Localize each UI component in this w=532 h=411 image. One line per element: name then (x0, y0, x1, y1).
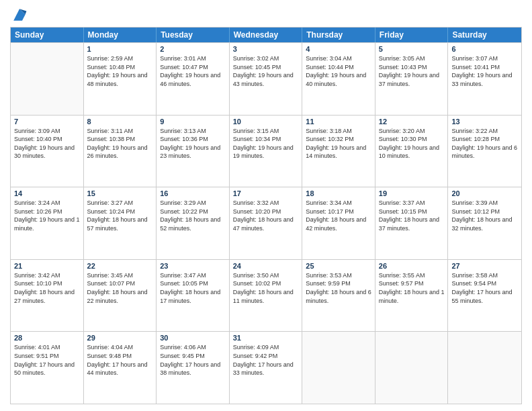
day-number: 13 (451, 118, 518, 126)
cell-info: Sunrise: 3:37 AMSunset: 10:15 PMDaylight… (379, 199, 445, 232)
cell-info: Sunrise: 3:15 AMSunset: 10:34 PMDaylight… (233, 127, 299, 161)
calendar-header-monday: Monday (84, 28, 157, 42)
calendar-cell: 3Sunrise: 3:02 AMSunset: 10:45 PMDayligh… (230, 43, 303, 115)
day-number: 14 (14, 189, 80, 197)
cell-info: Sunrise: 3:55 AMSunset: 9:57 PMDaylight:… (379, 271, 445, 305)
day-number: 25 (306, 262, 371, 270)
cell-info: Sunrise: 4:01 AMSunset: 9:51 PMDaylight:… (14, 343, 80, 377)
calendar-cell: 25Sunrise: 3:53 AMSunset: 9:59 PMDayligh… (302, 260, 375, 332)
calendar-header-tuesday: Tuesday (157, 28, 230, 42)
cell-info: Sunrise: 3:05 AMSunset: 10:43 PMDaylight… (379, 54, 445, 88)
calendar-week-3: 14Sunrise: 3:24 AMSunset: 10:26 PMDaylig… (11, 187, 521, 259)
day-number: 31 (233, 334, 299, 342)
cell-info: Sunrise: 3:34 AMSunset: 10:17 PMDaylight… (306, 199, 371, 232)
day-number: 28 (14, 334, 80, 342)
cell-info: Sunrise: 3:58 AMSunset: 9:54 PMDaylight:… (451, 271, 518, 305)
calendar-header-sunday: Sunday (11, 28, 84, 42)
cell-info: Sunrise: 3:11 AMSunset: 10:38 PMDaylight… (87, 127, 153, 161)
calendar-header-row: SundayMondayTuesdayWednesdayThursdayFrid… (11, 28, 521, 42)
cell-info: Sunrise: 3:27 AMSunset: 10:24 PMDaylight… (87, 199, 153, 232)
cell-info: Sunrise: 3:01 AMSunset: 10:47 PMDaylight… (160, 54, 226, 88)
calendar-cell: 12Sunrise: 3:20 AMSunset: 10:30 PMDaylig… (375, 116, 449, 187)
cell-info: Sunrise: 3:50 AMSunset: 10:02 PMDaylight… (233, 271, 299, 305)
cell-info: Sunrise: 3:24 AMSunset: 10:26 PMDaylight… (14, 199, 80, 232)
day-number: 17 (233, 189, 299, 197)
cell-info: Sunrise: 3:22 AMSunset: 10:28 PMDaylight… (451, 127, 518, 161)
day-number: 19 (379, 189, 445, 197)
calendar-cell: 23Sunrise: 3:47 AMSunset: 10:05 PMDaylig… (157, 260, 230, 332)
day-number: 12 (379, 118, 445, 126)
calendar-cell: 5Sunrise: 3:05 AMSunset: 10:43 PMDayligh… (375, 43, 449, 115)
day-number: 30 (160, 334, 226, 342)
calendar-page: SundayMondayTuesdayWednesdayThursdayFrid… (0, 0, 532, 411)
calendar-cell: 11Sunrise: 3:18 AMSunset: 10:32 PMDaylig… (302, 116, 375, 187)
day-number: 16 (160, 189, 226, 197)
calendar-cell: 16Sunrise: 3:29 AMSunset: 10:22 PMDaylig… (157, 187, 230, 259)
calendar-cell (375, 332, 449, 404)
day-number: 27 (451, 262, 518, 270)
day-number: 5 (379, 45, 445, 53)
calendar-cell: 29Sunrise: 4:04 AMSunset: 9:48 PMDayligh… (84, 332, 157, 404)
calendar-week-4: 21Sunrise: 3:42 AMSunset: 10:10 PMDaylig… (11, 259, 521, 332)
calendar-cell: 2Sunrise: 3:01 AMSunset: 10:47 PMDayligh… (157, 43, 230, 115)
calendar-week-5: 28Sunrise: 4:01 AMSunset: 9:51 PMDayligh… (11, 331, 521, 404)
cell-info: Sunrise: 3:42 AMSunset: 10:10 PMDaylight… (14, 271, 80, 305)
cell-info: Sunrise: 3:45 AMSunset: 10:07 PMDaylight… (87, 271, 153, 305)
cell-info: Sunrise: 3:47 AMSunset: 10:05 PMDaylight… (160, 271, 226, 305)
calendar-cell: 18Sunrise: 3:34 AMSunset: 10:17 PMDaylig… (302, 187, 375, 259)
day-number: 29 (87, 334, 153, 342)
day-number: 1 (87, 45, 153, 53)
day-number: 22 (87, 262, 153, 270)
calendar-body: 1Sunrise: 2:59 AMSunset: 10:48 PMDayligh… (11, 42, 521, 404)
header (10, 7, 522, 23)
calendar-cell: 30Sunrise: 4:06 AMSunset: 9:45 PMDayligh… (157, 332, 230, 404)
cell-info: Sunrise: 3:32 AMSunset: 10:20 PMDaylight… (233, 199, 299, 232)
cell-info: Sunrise: 3:04 AMSunset: 10:44 PMDaylight… (306, 54, 371, 88)
calendar-cell (11, 43, 84, 115)
calendar-cell: 31Sunrise: 4:09 AMSunset: 9:42 PMDayligh… (230, 332, 303, 404)
calendar-cell: 9Sunrise: 3:13 AMSunset: 10:36 PMDayligh… (157, 116, 230, 187)
calendar-cell: 8Sunrise: 3:11 AMSunset: 10:38 PMDayligh… (84, 116, 157, 187)
cell-info: Sunrise: 3:07 AMSunset: 10:41 PMDaylight… (451, 54, 518, 88)
cell-info: Sunrise: 3:39 AMSunset: 10:12 PMDaylight… (451, 199, 518, 232)
day-number: 7 (14, 118, 80, 126)
calendar-cell: 28Sunrise: 4:01 AMSunset: 9:51 PMDayligh… (11, 332, 84, 404)
calendar-cell: 22Sunrise: 3:45 AMSunset: 10:07 PMDaylig… (84, 260, 157, 332)
day-number: 10 (233, 118, 299, 126)
day-number: 9 (160, 118, 226, 126)
calendar-cell: 10Sunrise: 3:15 AMSunset: 10:34 PMDaylig… (230, 116, 303, 187)
calendar-cell: 4Sunrise: 3:04 AMSunset: 10:44 PMDayligh… (302, 43, 375, 115)
day-number: 2 (160, 45, 226, 53)
calendar-header-friday: Friday (375, 28, 449, 42)
day-number: 3 (233, 45, 299, 53)
calendar-cell: 21Sunrise: 3:42 AMSunset: 10:10 PMDaylig… (11, 260, 84, 332)
calendar-cell: 20Sunrise: 3:39 AMSunset: 10:12 PMDaylig… (448, 187, 521, 259)
day-number: 11 (306, 118, 371, 126)
day-number: 8 (87, 118, 153, 126)
logo (10, 7, 28, 23)
day-number: 21 (14, 262, 80, 270)
cell-info: Sunrise: 3:09 AMSunset: 10:40 PMDaylight… (14, 127, 80, 161)
logo-icon (11, 7, 28, 23)
calendar-cell (302, 332, 375, 404)
cell-info: Sunrise: 3:02 AMSunset: 10:45 PMDaylight… (233, 54, 299, 88)
calendar-week-1: 1Sunrise: 2:59 AMSunset: 10:48 PMDayligh… (11, 42, 521, 115)
cell-info: Sunrise: 4:04 AMSunset: 9:48 PMDaylight:… (87, 343, 153, 377)
calendar-cell: 14Sunrise: 3:24 AMSunset: 10:26 PMDaylig… (11, 187, 84, 259)
calendar-cell: 7Sunrise: 3:09 AMSunset: 10:40 PMDayligh… (11, 116, 84, 187)
calendar-cell: 26Sunrise: 3:55 AMSunset: 9:57 PMDayligh… (375, 260, 449, 332)
calendar-cell: 15Sunrise: 3:27 AMSunset: 10:24 PMDaylig… (84, 187, 157, 259)
cell-info: Sunrise: 4:09 AMSunset: 9:42 PMDaylight:… (233, 343, 299, 377)
day-number: 20 (451, 189, 518, 197)
calendar-cell: 13Sunrise: 3:22 AMSunset: 10:28 PMDaylig… (448, 116, 521, 187)
calendar-header-wednesday: Wednesday (230, 28, 303, 42)
day-number: 24 (233, 262, 299, 270)
calendar-header-thursday: Thursday (302, 28, 375, 42)
cell-info: Sunrise: 3:18 AMSunset: 10:32 PMDaylight… (306, 127, 371, 161)
day-number: 23 (160, 262, 226, 270)
calendar-cell: 24Sunrise: 3:50 AMSunset: 10:02 PMDaylig… (230, 260, 303, 332)
day-number: 26 (379, 262, 445, 270)
cell-info: Sunrise: 3:53 AMSunset: 9:59 PMDaylight:… (306, 271, 371, 305)
cell-info: Sunrise: 3:29 AMSunset: 10:22 PMDaylight… (160, 199, 226, 232)
calendar-cell: 17Sunrise: 3:32 AMSunset: 10:20 PMDaylig… (230, 187, 303, 259)
